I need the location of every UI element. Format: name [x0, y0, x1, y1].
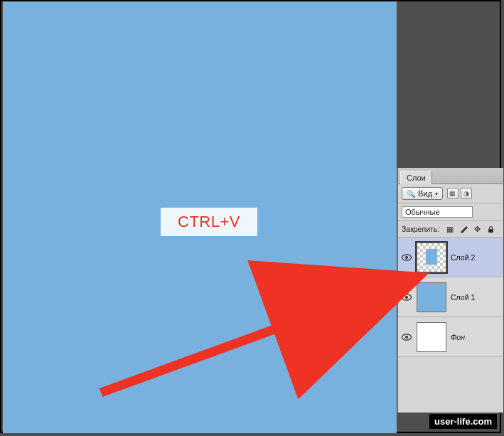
- layer-name-label[interactable]: Слой 1: [451, 293, 475, 302]
- svg-point-2: [405, 256, 408, 259]
- svg-rect-0: [488, 229, 493, 233]
- layer-filter-row: 🔍 Вид ▾ ▦ ◑: [398, 184, 503, 203]
- lock-pixels-icon[interactable]: [459, 224, 468, 234]
- lock-all-icon[interactable]: [486, 224, 495, 234]
- shortcut-hint-label: CTRL+V: [178, 213, 240, 231]
- layers-panel: Слои 🔍 Вид ▾ ▦ ◑ Обычные Закрепить: ▦: [397, 168, 503, 413]
- layer-item-1[interactable]: Слой 1: [398, 277, 503, 317]
- layer-thumbnail[interactable]: [417, 282, 446, 312]
- layer-name-label[interactable]: Слой 2: [451, 253, 475, 262]
- layer-filter-label: Вид: [418, 189, 432, 198]
- filter-pixel-icon[interactable]: ▦: [447, 188, 459, 199]
- search-icon: 🔍: [407, 190, 415, 198]
- lock-label: Закрепить:: [402, 225, 439, 233]
- blend-mode-value: Обычные: [405, 208, 440, 216]
- visibility-toggle-icon[interactable]: [401, 331, 412, 343]
- layer-filter-button[interactable]: 🔍 Вид ▾: [402, 187, 443, 200]
- layer-filter-icons: ▦ ◑: [447, 188, 472, 199]
- blend-mode-select[interactable]: Обычные: [402, 206, 473, 218]
- layer-lock-row: Закрепить: ▦ ✥: [398, 221, 503, 238]
- layer-thumbnail[interactable]: [417, 322, 446, 352]
- visibility-toggle-icon[interactable]: [401, 252, 412, 263]
- layer-thumbnail[interactable]: [417, 243, 446, 272]
- panel-tab-bar: Слои: [398, 168, 503, 184]
- app-frame: CTRL+V Слои 🔍 Вид ▾ ▦ ◑ Обычные Закрепит…: [0, 0, 501, 433]
- layer-list: Слой 2 Слой 1 Фон: [398, 238, 503, 357]
- svg-point-4: [405, 296, 408, 299]
- document-canvas[interactable]: CTRL+V: [3, 1, 397, 433]
- chevron-down-icon: ▾: [435, 191, 438, 197]
- layer-item-2[interactable]: Слой 2: [398, 238, 503, 277]
- watermark: user-life.com: [429, 414, 497, 429]
- blend-mode-row: Обычные: [398, 203, 503, 221]
- visibility-toggle-icon[interactable]: [401, 292, 412, 303]
- shortcut-hint: CTRL+V: [161, 208, 257, 236]
- lock-position-icon[interactable]: ✥: [472, 224, 482, 234]
- svg-point-6: [405, 336, 408, 339]
- filter-adjust-icon[interactable]: ◑: [461, 188, 472, 199]
- tab-layers[interactable]: Слои: [400, 171, 432, 184]
- layer-item-background[interactable]: Фон: [398, 317, 503, 357]
- layer-name-label[interactable]: Фон: [451, 333, 465, 341]
- lock-transparency-icon[interactable]: ▦: [445, 224, 455, 234]
